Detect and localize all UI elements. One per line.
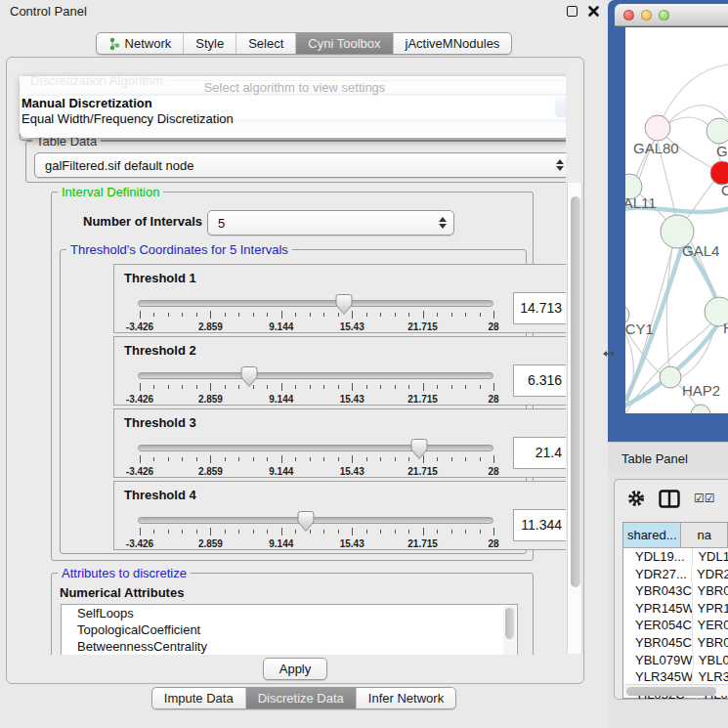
top-tabbar: NetworkStyleSelectCyni ToolboxjActiveMNo… <box>0 32 608 55</box>
algorithm-dropdown-popup: Select algorithm to view settings Manual… <box>20 76 566 138</box>
table-data-group: Table Data galFiltered.sif default node <box>25 141 566 183</box>
table-row[interactable]: YBR043CYBR0 <box>623 582 728 600</box>
settings-viewport: Discretization Algorithm Table Data galF… <box>12 61 566 655</box>
combo-stepper-icon[interactable] <box>556 153 564 177</box>
tab-cyni-toolbox[interactable]: Cyni Toolbox <box>296 33 393 54</box>
threshold-label: Threshold 4 <box>124 488 196 502</box>
slider-tick-labels: -3.4262.8599.14415.4321.71528 <box>140 321 493 333</box>
slider-track[interactable] <box>138 300 493 307</box>
attribute-item-topologicalcoefficient[interactable]: TopologicalCoefficient <box>62 621 517 638</box>
apply-button[interactable]: Apply <box>263 658 327 680</box>
screenshot-root: Control Panel NetworkStyleSelectCyni Too… <box>0 0 728 728</box>
cell-name: YDR2 <box>692 566 728 583</box>
network-node[interactable] <box>691 405 710 413</box>
slider-tick-labels: -3.4262.8599.14415.4321.71528 <box>140 394 493 406</box>
threshold-slider-3[interactable]: -3.4262.8599.14415.4321.71528 <box>138 439 495 478</box>
select-columns-checkboxes-icon[interactable]: ☑☑ <box>694 492 715 505</box>
network-node-label: GAL4 <box>682 242 719 259</box>
minimize-traffic-light-icon[interactable] <box>641 10 652 21</box>
algorithm-option-equal-width-frequency-discretization[interactable]: Equal Width/Frequency Discretization <box>20 111 566 127</box>
slider-thumb[interactable] <box>240 365 259 388</box>
network-node-label: GAL11 <box>625 194 657 211</box>
threshold-value-field[interactable]: 14.713 <box>513 292 566 324</box>
slider-ticks <box>140 311 493 320</box>
threshold-slider-2[interactable]: -3.4262.8599.14415.4321.71528 <box>138 366 495 406</box>
tab-discretize-data[interactable]: Discretize Data <box>246 688 357 708</box>
slider-track[interactable] <box>138 445 493 451</box>
network-node-gal80[interactable] <box>645 115 670 141</box>
cell-shared-name: YER054C <box>623 617 693 634</box>
table-horizontal-scrollbar[interactable] <box>624 684 728 696</box>
table-row[interactable]: YER054CYER0 <box>623 617 728 634</box>
network-node-ga[interactable] <box>707 118 728 144</box>
slider-tick-labels: -3.4262.8599.14415.4321.71528 <box>140 538 493 550</box>
attributes-list-scrollbar[interactable] <box>503 606 516 655</box>
table-hscrollbar-thumb[interactable] <box>626 687 716 696</box>
slider-thumb[interactable] <box>297 510 316 533</box>
slider-ticks <box>140 383 493 392</box>
slider-track[interactable] <box>138 372 493 379</box>
cell-shared-name: YBL079W <box>623 652 694 669</box>
network-canvas[interactable]: GAL80GACGAL11GAL4GCY1HHAP2 <box>625 27 728 413</box>
slider-thumb[interactable] <box>409 438 428 460</box>
table-row[interactable]: YDL19...YDL1 <box>623 548 728 566</box>
gear-icon[interactable] <box>627 490 645 507</box>
tab-label: Select <box>248 36 283 51</box>
float-window-icon[interactable] <box>567 6 578 17</box>
settings-scrollbar-thumb[interactable] <box>571 196 580 587</box>
numerical-attributes-list[interactable]: SelfLoopsTopologicalCoefficientBetweenne… <box>61 604 518 655</box>
number-of-intervals-combobox[interactable]: 5 <box>207 210 454 236</box>
settings-vertical-scrollbar[interactable] <box>567 183 582 654</box>
threshold-slider-4[interactable]: -3.4262.8599.14415.4321.71528 <box>138 511 495 550</box>
table-row[interactable]: YBR045CYBR0 <box>623 634 728 652</box>
network-node-label: GA <box>716 143 728 159</box>
threshold-value-field[interactable]: 11.344 <box>513 509 566 541</box>
attribute-item-selfloops[interactable]: SelfLoops <box>62 605 517 621</box>
table-column-header-na[interactable]: na <box>681 523 728 547</box>
threshold-label: Threshold 3 <box>124 415 196 430</box>
close-icon[interactable] <box>587 5 600 18</box>
close-traffic-light-icon[interactable] <box>623 10 634 21</box>
threshold-panel-1: Threshold 1-3.4262.8599.14415.4321.71528… <box>113 264 566 333</box>
tab-infer-network[interactable]: Infer Network <box>357 688 455 708</box>
threshold-value-field[interactable]: 21.4 <box>513 437 566 469</box>
tab-label: Discretize Data <box>258 691 344 706</box>
threshold-panel-4: Threshold 4-3.4262.8599.14415.4321.71528… <box>113 481 566 550</box>
cell-name: YDL1 <box>693 548 728 566</box>
network-node-hap2[interactable] <box>660 366 681 388</box>
network-node-label: H <box>723 320 728 336</box>
table-data-combobox[interactable]: galFiltered.sif default node <box>34 152 566 178</box>
tab-jactivemnodules[interactable]: jActiveMNodules <box>394 33 512 54</box>
number-of-intervals-label: Number of Intervals <box>83 214 202 229</box>
table-column-header-shared[interactable]: shared... <box>623 523 681 547</box>
control-panel-window: Control Panel NetworkStyleSelectCyni Too… <box>0 0 608 728</box>
tab-style[interactable]: Style <box>184 33 236 54</box>
tab-label: Style <box>195 36 224 51</box>
tab-network[interactable]: Network <box>97 33 185 54</box>
columns-icon[interactable] <box>659 490 680 508</box>
table-row[interactable]: YDR27...YDR2 <box>623 566 728 583</box>
table-row[interactable]: YBL079WYBL0 <box>623 652 728 669</box>
cell-name: YER0 <box>693 617 728 634</box>
algorithm-popup-hint: Select algorithm to view settings <box>20 79 566 96</box>
slider-thumb[interactable] <box>334 293 353 316</box>
zoom-traffic-light-icon[interactable] <box>659 10 669 21</box>
node-attribute-table: shared...na YDL19...YDL1YDR27...YDR2YBR0… <box>622 522 728 699</box>
algorithm-option-manual-discretization[interactable]: Manual Discretization <box>20 96 566 111</box>
attribute-item-betweennesscentrality[interactable]: BetweennessCentrality <box>62 638 517 655</box>
numerical-attributes-label: Numerical Attributes <box>60 585 184 600</box>
slider-ticks <box>140 455 493 464</box>
tab-label: Infer Network <box>368 691 444 706</box>
tab-impute-data[interactable]: Impute Data <box>152 688 246 708</box>
threshold-value-field[interactable]: 6.316 <box>513 364 566 397</box>
threshold-slider-1[interactable]: -3.4262.8599.14415.4321.71528 <box>138 294 495 333</box>
threshold-label: Threshold 1 <box>124 271 196 285</box>
combo-stepper-icon[interactable] <box>439 211 447 235</box>
cell-shared-name: YBR045C <box>623 634 693 652</box>
attributes-group-title: Attributes to discretize <box>58 566 191 580</box>
slider-track[interactable] <box>138 517 493 524</box>
tab-select[interactable]: Select <box>236 33 296 54</box>
table-row[interactable]: YPR145WYPR1 <box>623 600 728 618</box>
cell-name: YBR0 <box>693 634 728 652</box>
network-node-label: C <box>721 182 728 198</box>
